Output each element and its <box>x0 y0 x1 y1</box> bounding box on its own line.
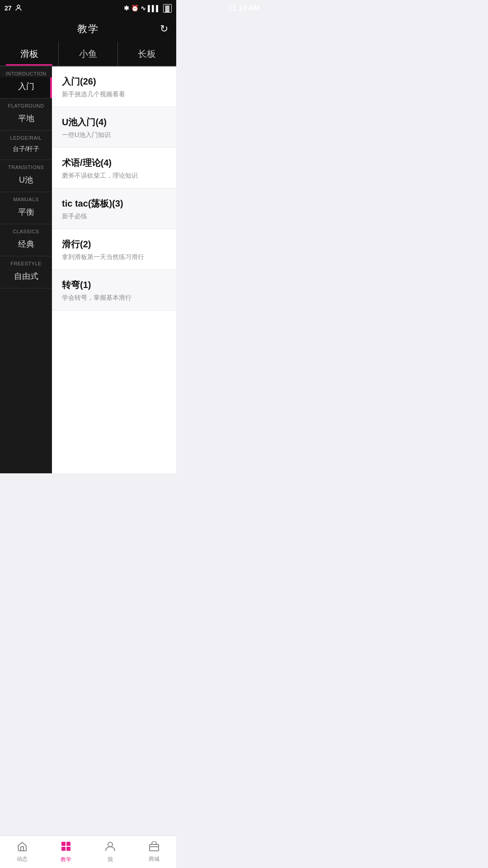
sidebar-item-classics[interactable]: 经典 <box>0 235 52 256</box>
section-introduction-title: 入门(26) <box>62 75 166 88</box>
sidebar-item-freestyle[interactable]: 自由式 <box>0 267 52 288</box>
alarm-icon: ⏰ <box>131 5 139 12</box>
sidebar-category-freestyle: FREESTYLE <box>0 256 52 267</box>
tab-longboard[interactable]: 长板 <box>118 42 176 66</box>
section-u-pool-desc: 一些U池入门知识 <box>62 131 166 139</box>
status-right: ✱ ⏰ ∿ ▌▌▌ ▓ <box>124 4 172 13</box>
tab-fish[interactable]: 小鱼 <box>59 42 117 66</box>
section-glide-title: 滑行(2) <box>62 238 166 250</box>
section-tictac-title: tic tac(荡板)(3) <box>62 198 166 210</box>
sidebar: INTORDUCTION 入门 FLATGROUND 平地 LEDGE/RAIL… <box>0 66 52 473</box>
status-bar: 27 11:14 AM ✱ ⏰ ∿ ▌▌▌ ▓ <box>0 0 176 16</box>
sidebar-group-transitions: TRANSITIONS U池 <box>0 160 52 192</box>
sidebar-item-introduction[interactable]: 入门 <box>0 77 52 98</box>
signal-icon: ▌▌▌ <box>148 5 160 12</box>
sidebar-group-introduction: INTORDUCTION 入门 <box>0 66 52 99</box>
sidebar-category-ledge: LEDGE/RAIL <box>0 131 52 142</box>
section-u-pool-title: U池入门(4) <box>62 116 166 128</box>
status-left: 27 <box>5 4 23 13</box>
section-turn-desc: 学会转弯，掌握基本滑行 <box>62 294 166 302</box>
section-tictac-desc: 新手必练 <box>62 212 166 221</box>
refresh-button[interactable]: ↻ <box>160 23 168 35</box>
svg-point-0 <box>17 5 20 8</box>
main-content: INTORDUCTION 入门 FLATGROUND 平地 LEDGE/RAIL… <box>0 66 176 473</box>
content-area: 入门(26) 新手挑选几个视频看看 U池入门(4) 一些U池入门知识 术语/理论… <box>52 66 176 473</box>
tab-skateboard[interactable]: 滑板 <box>0 42 59 66</box>
sidebar-item-flatground[interactable]: 平地 <box>0 109 52 130</box>
sidebar-group-freestyle: FREESTYLE 自由式 <box>0 256 52 288</box>
sidebar-item-transitions[interactable]: U池 <box>0 171 52 192</box>
section-introduction[interactable]: 入门(26) 新手挑选几个视频看看 <box>52 66 176 107</box>
section-theory[interactable]: 术语/理论(4) 磨斧不误砍柴工，理论知识 <box>52 148 176 189</box>
bluetooth-icon: ✱ <box>124 5 129 12</box>
battery-icon: ▓ <box>163 4 172 13</box>
sidebar-item-manuals[interactable]: 平衡 <box>0 203 52 224</box>
section-glide-desc: 拿到滑板第一天当然练习滑行 <box>62 253 166 261</box>
section-introduction-desc: 新手挑选几个视频看看 <box>62 90 166 99</box>
sidebar-category-introduction: INTORDUCTION <box>0 66 52 77</box>
sidebar-group-manuals: MANUALS 平衡 <box>0 192 52 224</box>
sidebar-category-classics: CLASSICS <box>0 224 52 235</box>
page-title: 教学 <box>77 22 99 36</box>
sidebar-item-ledge[interactable]: 台子/杆子 <box>0 142 52 160</box>
section-theory-title: 术语/理论(4) <box>62 157 166 169</box>
section-u-pool[interactable]: U池入门(4) 一些U池入门知识 <box>52 107 176 148</box>
section-turn[interactable]: 转弯(1) 学会转弯，掌握基本滑行 <box>52 270 176 311</box>
header: 教学 ↻ <box>0 16 176 42</box>
wifi-icon: ∿ <box>141 5 146 12</box>
sidebar-group-ledge: LEDGE/RAIL 台子/杆子 <box>0 131 52 160</box>
tab-bar: 滑板 小鱼 长板 <box>0 42 176 66</box>
person-icon <box>14 4 23 13</box>
section-glide[interactable]: 滑行(2) 拿到滑板第一天当然练习滑行 <box>52 229 176 270</box>
sidebar-category-manuals: MANUALS <box>0 192 52 203</box>
sidebar-category-transitions: TRANSITIONS <box>0 160 52 171</box>
section-turn-title: 转弯(1) <box>62 279 166 291</box>
section-theory-desc: 磨斧不误砍柴工，理论知识 <box>62 172 166 180</box>
sidebar-category-flatground: FLATGROUND <box>0 99 52 109</box>
section-tictac[interactable]: tic tac(荡板)(3) 新手必练 <box>52 189 176 229</box>
sidebar-group-classics: CLASSICS 经典 <box>0 224 52 256</box>
notification-count: 27 <box>5 5 12 12</box>
sidebar-group-flatground: FLATGROUND 平地 <box>0 99 52 131</box>
